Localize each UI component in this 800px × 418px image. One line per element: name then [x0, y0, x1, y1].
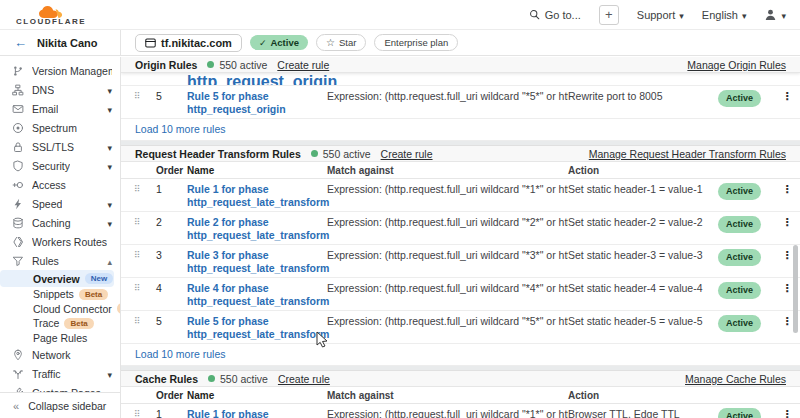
- sidebar-item-dns[interactable]: DNS: [0, 80, 120, 99]
- sidebar-item-spectrum[interactable]: Spectrum: [0, 118, 120, 137]
- order-cell: 2: [147, 216, 187, 229]
- scrollbar[interactable]: [793, 245, 798, 333]
- match-cell: Expression: (http.request.full_uri wildc…: [327, 249, 568, 262]
- drag-handle[interactable]: [121, 183, 147, 196]
- plan-label: Enterprise plan: [384, 37, 448, 48]
- domain-selector[interactable]: tf.nikitac.com: [135, 34, 242, 52]
- table-row[interactable]: 5 Rule 5 for phasehttp_request_origin Ex…: [121, 86, 800, 119]
- sidebar-item-network[interactable]: Network: [0, 345, 120, 364]
- user-menu[interactable]: [764, 8, 786, 21]
- rule-name-link[interactable]: Rule 3 for phasehttp_request_late_transf…: [187, 249, 327, 274]
- sidebar-subitem-label: Trace: [33, 317, 59, 329]
- rule-name-link[interactable]: Rule 1 for phasehttp_request_cache_setti…: [187, 408, 327, 418]
- sidebar-nav: Version Management DNS Email Spectrum SS…: [0, 57, 120, 392]
- cloudflare-logo[interactable]: CLOUDFLARE: [16, 6, 86, 26]
- load-more-rules-link[interactable]: Load 10 more rules: [121, 344, 800, 366]
- account-bar: Nikita Cano tf.nikitac.com Active Star E…: [0, 30, 800, 56]
- manage-cache-rules-link[interactable]: Manage Cache Rules: [685, 373, 786, 385]
- sidebar-subitem-label: Cloud Connector: [33, 303, 112, 315]
- language-menu[interactable]: English: [702, 9, 747, 21]
- account-header: Nikita Cano: [0, 30, 121, 55]
- sidebar-item-workers-routes[interactable]: Workers Routes: [0, 232, 120, 251]
- column-match: Match against: [327, 165, 568, 176]
- kebab-menu-icon[interactable]: [774, 183, 800, 196]
- sidebar-item-ssl-tls[interactable]: SSL/TLS: [0, 137, 120, 156]
- action-cell: Set static header-1 = value-1: [568, 183, 718, 196]
- branch-icon: [12, 64, 25, 77]
- table-row[interactable]: 5 Rule 5 for phasehttp_request_late_tran…: [121, 311, 800, 344]
- add-button[interactable]: +: [599, 5, 619, 25]
- domain-name: tf.nikitac.com: [161, 37, 232, 49]
- kebab-menu-icon[interactable]: [774, 216, 800, 229]
- order-cell: 1: [147, 408, 187, 418]
- create-rule-link[interactable]: Create rule: [278, 373, 330, 385]
- sidebar-item-cloud-connector[interactable]: Cloud Connector Beta: [0, 302, 120, 317]
- rule-name-link[interactable]: Rule 5 for phasehttp_request_late_transf…: [187, 315, 327, 340]
- table-row[interactable]: 1 Rule 1 for phasehttp_request_cache_set…: [121, 404, 800, 418]
- support-label: Support: [637, 9, 676, 21]
- chevron-down-icon: [781, 9, 786, 21]
- status-badge: Active: [718, 216, 761, 233]
- beta-badge: Beta: [64, 318, 93, 329]
- match-cell: Expression: (http.request.full_uri wildc…: [327, 183, 568, 196]
- cloudflare-dashboard: CLOUDFLARE Go to... + Support English: [0, 0, 800, 418]
- create-rule-link[interactable]: Create rule: [277, 59, 329, 71]
- rule-name-link[interactable]: Rule 2 for phasehttp_request_late_transf…: [187, 216, 327, 241]
- kebab-menu-icon[interactable]: [774, 90, 800, 103]
- sidebar-item-rules[interactable]: Rules: [0, 251, 120, 270]
- chevron-down-icon: [107, 368, 112, 380]
- top-bar-actions: Go to... + Support English: [529, 5, 786, 25]
- manage-transform-rules-link[interactable]: Manage Request Header Transform Rules: [589, 148, 786, 160]
- table-row[interactable]: 1 Rule 1 for phasehttp_request_late_tran…: [121, 179, 800, 212]
- kebab-menu-icon[interactable]: [774, 408, 800, 418]
- support-menu[interactable]: Support: [637, 9, 684, 21]
- drag-handle[interactable]: [121, 315, 147, 328]
- chevron-down-icon: [742, 9, 747, 21]
- table-row[interactable]: 4 Rule 4 for phasehttp_request_late_tran…: [121, 278, 800, 311]
- drag-handle[interactable]: [121, 90, 147, 103]
- rule-name-link[interactable]: Rule 1 for phasehttp_request_late_transf…: [187, 183, 327, 208]
- sidebar-item-caching[interactable]: Caching: [0, 213, 120, 232]
- sidebar-item-traffic[interactable]: Traffic: [0, 364, 120, 383]
- sidebar-item-access[interactable]: Access: [0, 175, 120, 194]
- goto-label: Go to...: [545, 9, 581, 21]
- plus-icon: +: [605, 7, 613, 22]
- sidebar-item-email[interactable]: Email: [0, 99, 120, 118]
- table-row[interactable]: 3 Rule 3 for phasehttp_request_late_tran…: [121, 245, 800, 278]
- star-button[interactable]: Star: [316, 34, 366, 51]
- load-more-rules-link[interactable]: Load 10 more rules: [121, 119, 800, 141]
- chevron-down-icon: [107, 141, 112, 153]
- green-dot-icon: [311, 150, 318, 157]
- sidebar-item-overview[interactable]: Overview New: [0, 270, 114, 287]
- drag-handle[interactable]: [121, 249, 147, 262]
- create-rule-link[interactable]: Create rule: [381, 148, 433, 160]
- drag-handle[interactable]: [121, 282, 147, 295]
- new-badge: New: [85, 273, 113, 284]
- drag-handle[interactable]: [121, 216, 147, 229]
- column-name: Name: [187, 165, 327, 176]
- green-dot-icon: [208, 375, 215, 382]
- table-row[interactable]: 2 Rule 2 for phasehttp_request_late_tran…: [121, 212, 800, 245]
- rule-name-link[interactable]: Rule 5 for phasehttp_request_origin: [187, 90, 327, 115]
- table-row-partial[interactable]: http_request_origin: [121, 73, 800, 86]
- sidebar-item-custom-pages[interactable]: Custom Pages: [0, 383, 120, 392]
- sidebar-item-trace[interactable]: Trace Beta: [0, 316, 120, 331]
- section-title: Cache Rules: [135, 373, 198, 385]
- sidebar-item-security[interactable]: Security: [0, 156, 120, 175]
- collapse-sidebar-button[interactable]: Collapse sidebar: [0, 392, 120, 418]
- workers-icon: [12, 235, 25, 248]
- sidebar-item-page-rules[interactable]: Page Rules: [0, 331, 120, 346]
- sidebar-item-snippets[interactable]: Snippets Beta: [0, 287, 120, 302]
- sidebar-item-version-management[interactable]: Version Management: [0, 61, 120, 80]
- order-cell: 1: [147, 183, 187, 196]
- top-bar: CLOUDFLARE Go to... + Support English: [0, 0, 800, 30]
- access-icon: [12, 178, 25, 191]
- back-arrow-icon[interactable]: [14, 35, 27, 50]
- manage-origin-rules-link[interactable]: Manage Origin Rules: [687, 59, 786, 71]
- rule-name-link[interactable]: http_request_origin: [187, 73, 327, 86]
- rule-name-link[interactable]: Rule 4 for phasehttp_request_late_transf…: [187, 282, 327, 307]
- goto-search[interactable]: Go to...: [529, 9, 581, 21]
- drag-handle[interactable]: [121, 408, 147, 418]
- status-badge: Active: [718, 249, 761, 266]
- sidebar-item-speed[interactable]: Speed: [0, 194, 120, 213]
